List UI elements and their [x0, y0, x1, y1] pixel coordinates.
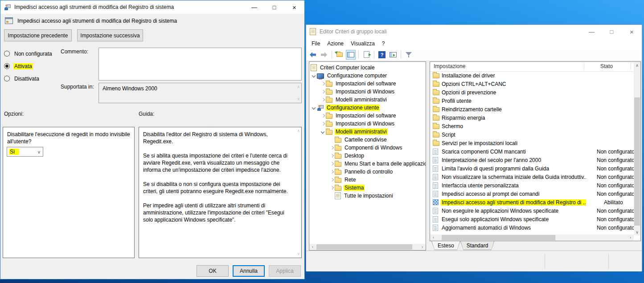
menu-azione[interactable]: Azione: [324, 39, 347, 48]
chevron-down-icon[interactable]: [311, 73, 317, 79]
chevron-right-icon[interactable]: [320, 97, 326, 103]
list-item[interactable]: Servizi per le impostazioni locali: [430, 139, 634, 147]
tree-item[interactable]: Configurazione utente: [309, 104, 426, 112]
next-setting-button[interactable]: Impostazione successiva: [77, 29, 143, 41]
list-item[interactable]: Impedisci accesso al prompt dei comandiN…: [430, 190, 634, 198]
ok-button[interactable]: OK: [197, 265, 229, 277]
list-item[interactable]: Non eseguire le applicazioni Windows spe…: [430, 206, 634, 215]
scroll-down-icon[interactable]: ∨: [634, 229, 640, 235]
list-item[interactable]: Installazione dei driver: [430, 71, 634, 80]
list-item[interactable]: Profili utente: [430, 97, 634, 105]
help-icon[interactable]: ?: [377, 50, 387, 60]
tab-esteso[interactable]: Esteso: [431, 241, 460, 250]
menu-help[interactable]: ?: [378, 39, 389, 48]
window-titlebar[interactable]: Editor Criteri di gruppo locali — □ ×: [306, 25, 642, 38]
list-item-selected[interactable]: Impedisci accesso agli strumenti di modi…: [430, 198, 634, 206]
tree-item[interactable]: Configurazione computer: [309, 72, 426, 80]
list-item[interactable]: Scarica componenti COM mancantiNon confi…: [430, 147, 634, 156]
tree-item[interactable]: Impostazioni di Windows: [309, 120, 426, 128]
filter-icon[interactable]: [404, 50, 414, 60]
maximize-button[interactable]: □: [602, 25, 622, 38]
scroll-right-icon[interactable]: ›: [419, 244, 426, 250]
chevron-right-icon[interactable]: [328, 161, 335, 167]
menu-file[interactable]: File: [308, 39, 324, 48]
dialog-titlebar[interactable]: Impedisci accesso agli strumenti di modi…: [0, 0, 304, 14]
list-item[interactable]: Interpretazione del secolo per l'anno 20…: [430, 156, 634, 164]
forward-icon[interactable]: [319, 50, 329, 60]
chevron-right-icon[interactable]: [320, 121, 326, 127]
scrollbar-thumb[interactable]: [316, 244, 412, 250]
list-vertical-scrollbar[interactable]: ∧ ∨: [634, 62, 640, 235]
export-list-icon[interactable]: [361, 50, 371, 60]
maximize-button[interactable]: □: [264, 0, 284, 14]
list-item[interactable]: Aggiornamenti automatici di WindowsNon c…: [430, 223, 634, 232]
chevron-right-icon[interactable]: [328, 177, 335, 183]
tree-item[interactable]: Modelli amministrativi: [309, 128, 426, 136]
tree-item[interactable]: Impostazioni del software: [309, 80, 426, 88]
list-item[interactable]: Interfaccia utente personalizzataNon con…: [430, 181, 634, 190]
tree-item[interactable]: Tutte le impostazioni: [309, 192, 426, 200]
chevron-down-icon[interactable]: ∨: [37, 150, 41, 154]
tree-item[interactable]: Cartelle condivise: [309, 136, 426, 144]
scrollbar-thumb[interactable]: [634, 97, 640, 226]
chevron-down-icon[interactable]: [311, 105, 317, 111]
chevron-right-icon[interactable]: [320, 113, 326, 119]
list-horizontal-scrollbar[interactable]: ‹ ›: [430, 234, 634, 241]
chevron-right-icon[interactable]: [328, 169, 335, 175]
minimize-button[interactable]: —: [582, 25, 602, 38]
tab-standard[interactable]: Standard: [460, 241, 495, 250]
column-stato[interactable]: Stato: [600, 63, 613, 69]
radio-not-configured[interactable]: Non configurata: [4, 50, 53, 57]
scroll-left-icon[interactable]: ‹: [430, 234, 437, 241]
radio-circle-icon[interactable]: [4, 76, 10, 81]
tree-item[interactable]: Rete: [309, 176, 426, 184]
comment-input[interactable]: [98, 48, 302, 81]
list-item[interactable]: Script: [430, 130, 634, 139]
list-item[interactable]: Non visualizzare la schermata iniziale d…: [430, 173, 634, 181]
list-item[interactable]: Schermo: [430, 122, 634, 130]
tree-item[interactable]: Pannello di controllo: [309, 168, 426, 176]
close-button[interactable]: ×: [622, 25, 642, 38]
list-item[interactable]: Opzioni di prevenzione: [430, 88, 634, 97]
close-button[interactable]: ×: [284, 0, 304, 14]
column-divider[interactable]: [631, 63, 631, 70]
radio-disabled[interactable]: Disattivata: [4, 75, 53, 82]
show-window-icon[interactable]: [388, 50, 398, 60]
export-folder-icon[interactable]: [335, 50, 345, 60]
tree-item-root[interactable]: Criteri Computer locale: [309, 64, 426, 72]
list-item[interactable]: Risparmio energia: [430, 113, 634, 122]
list-item[interactable]: Limita l'avvio di questi programmi dalla…: [430, 164, 634, 173]
chevron-right-icon[interactable]: [328, 153, 335, 159]
previous-setting-button[interactable]: Impostazione precedente: [4, 29, 72, 41]
scroll-left-icon[interactable]: ‹: [309, 244, 316, 250]
chevron-down-icon[interactable]: [320, 129, 326, 135]
back-icon[interactable]: [308, 50, 318, 60]
scroll-up-icon[interactable]: ∧: [634, 62, 640, 69]
chevron-right-icon[interactable]: [328, 145, 335, 151]
radio-circle-icon[interactable]: [4, 51, 10, 57]
chevron-right-icon[interactable]: [320, 89, 326, 95]
tree-item[interactable]: Modelli amministrativi: [309, 96, 426, 104]
list-item[interactable]: Esegui solo applicazioni Windows specifi…: [430, 215, 634, 223]
scrollbar-thumb[interactable]: [442, 235, 555, 240]
option-dropdown[interactable]: Sì ∨: [7, 147, 43, 157]
tree-item[interactable]: Componenti di Windows: [309, 144, 426, 152]
list-item[interactable]: Opzioni CTRL+ALT+CANC: [430, 80, 634, 88]
scroll-right-icon[interactable]: ›: [627, 234, 634, 241]
menu-visualizza[interactable]: Visualizza: [347, 39, 378, 48]
column-divider[interactable]: [584, 63, 584, 70]
minimize-button[interactable]: —: [244, 0, 264, 14]
tree-item[interactable]: Sistema: [309, 184, 426, 192]
tree-item[interactable]: Impostazioni del software: [309, 112, 426, 120]
radio-enabled[interactable]: Attivata: [4, 63, 53, 69]
list-item[interactable]: Reindirizzamento cartelle: [430, 105, 634, 113]
tree-horizontal-scrollbar[interactable]: ‹ ›: [309, 244, 426, 250]
cancel-button[interactable]: Annulla: [233, 265, 265, 277]
show-console-tree-icon[interactable]: [346, 50, 356, 60]
tree-item[interactable]: Impostazioni di Windows: [309, 88, 426, 96]
radio-circle-icon[interactable]: [4, 63, 10, 69]
column-impostazione[interactable]: Impostazione: [434, 63, 465, 69]
chevron-right-icon[interactable]: [328, 185, 335, 191]
tree-item[interactable]: Desktop: [309, 152, 426, 160]
tree-item[interactable]: Menu Start e barra delle applicazioni: [309, 160, 426, 168]
